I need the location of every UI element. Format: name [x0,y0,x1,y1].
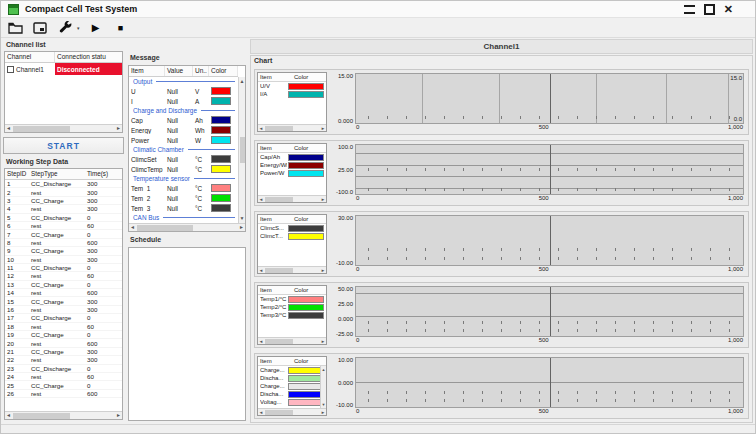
legend-row[interactable]: Temp2/°C [258,303,326,311]
message-row[interactable]: Tem_1 Null °C [129,183,238,193]
legend-row[interactable]: U/V [258,82,326,90]
scroll-right-arrow[interactable]: ► [320,409,326,416]
column-header-channel[interactable]: Channel [5,52,55,62]
legend-row[interactable]: I/A [258,90,326,98]
scroll-left-arrow[interactable]: ◄ [129,224,136,231]
scroll-down-arrow[interactable]: ▼ [239,215,246,222]
message-horizontal-scrollbar[interactable]: ◄ ► [129,223,245,231]
plot-area[interactable] [355,357,744,408]
scroll-right-arrow[interactable]: ► [320,125,326,132]
legend-row[interactable]: Power/W [258,169,326,177]
column-header-value[interactable]: Value [165,66,193,76]
scroll-thumb[interactable] [265,410,293,415]
legend-row[interactable]: Temp1/°C [258,295,326,303]
legend-vertical-scrollbar[interactable]: ▲ ▼ [320,366,326,408]
table-row[interactable]: 11 CC_Discharge 0 [5,264,122,272]
column-header-item[interactable]: Item [129,66,165,76]
scroll-thumb[interactable] [265,268,293,273]
table-row[interactable]: 9 CC_Charge 300 [5,247,122,255]
minimize-icon[interactable] [684,5,695,14]
table-row[interactable]: 5 CC_Discharge 0 [5,214,122,222]
scroll-right-arrow[interactable]: ► [320,196,326,203]
channel-horizontal-scrollbar[interactable]: ◄ ► [5,124,122,132]
scroll-up-arrow[interactable]: ▲ [322,367,326,372]
message-row[interactable]: Energy Null Wh [129,125,238,135]
message-row[interactable]: U Null V [129,86,238,96]
plot-area[interactable] [355,286,744,337]
legend-row[interactable]: Cap/Ah [258,153,326,161]
table-row[interactable]: 24 rest 60 [5,373,122,381]
table-row[interactable]: 26 rest 600 [5,390,122,398]
column-header-connection-status[interactable]: Connection statu [55,52,122,62]
message-row[interactable]: Tem_2 Null °C [129,193,238,203]
column-header-time[interactable]: Time(s) [85,169,122,179]
legend-horizontal-scrollbar[interactable]: ◄ ► [258,408,326,415]
legend-horizontal-scrollbar[interactable]: ◄ ► [258,337,326,344]
table-row[interactable]: 16 rest 300 [5,306,122,314]
legend-row[interactable]: Discha... [258,374,326,382]
table-row[interactable]: 19 CC_Charge 0 [5,331,122,339]
message-row[interactable]: ClimcTemp Null °C [129,164,238,174]
scroll-track[interactable] [264,339,320,344]
table-row[interactable]: 15 CC_Charge 300 [5,297,122,305]
plot-area[interactable] [355,144,744,195]
table-row[interactable]: 4 rest 300 [5,205,122,213]
scroll-track[interactable] [264,126,320,131]
legend-horizontal-scrollbar[interactable]: ◄ ► [258,124,326,131]
table-row[interactable]: 7 CC_Charge 0 [5,230,122,238]
scroll-right-arrow[interactable]: ► [320,267,326,274]
scroll-up-arrow[interactable]: ▲ [239,78,246,85]
run-button[interactable]: ▶ [87,20,105,36]
table-row[interactable]: 12 rest 60 [5,272,122,280]
scroll-track[interactable] [12,413,115,419]
message-row[interactable]: Tem_3 Null °C [129,203,238,213]
scroll-track[interactable] [264,197,320,202]
scroll-right-arrow[interactable]: ► [238,224,245,231]
scroll-thumb[interactable] [265,339,293,344]
legend-horizontal-scrollbar[interactable]: ◄ ► [258,266,326,273]
column-header-stepid[interactable]: StepID [5,169,29,179]
scroll-right-arrow[interactable]: ► [115,412,122,419]
scroll-track[interactable] [264,410,320,415]
scroll-thumb[interactable] [265,126,293,131]
legend-horizontal-scrollbar[interactable]: ◄ ► [258,195,326,202]
message-row[interactable]: Power Null W [129,135,238,145]
start-button[interactable]: START [3,137,124,154]
table-row[interactable]: 8 rest 600 [5,239,122,247]
table-row[interactable]: 20 rest 600 [5,339,122,347]
scroll-down-arrow[interactable]: ▼ [322,402,326,407]
legend-row[interactable]: Energy/Wh [258,161,326,169]
table-row[interactable]: 18 rest 60 [5,323,122,331]
settings-button[interactable] [56,20,74,36]
table-row[interactable]: 22 rest 300 [5,356,122,364]
scroll-right-arrow[interactable]: ► [115,125,122,132]
table-row[interactable]: 1 CC_Discharge 300 [5,180,122,188]
legend-row[interactable]: Discha... [258,390,326,398]
legend-row[interactable]: Voltag... [258,398,326,406]
table-row[interactable]: 2 rest 300 [5,188,122,196]
open-folder-button[interactable] [6,20,24,36]
legend-row[interactable]: ClimcT... [258,232,326,240]
message-vertical-scrollbar[interactable]: ▲ ▼ [238,77,245,223]
table-row[interactable]: 23 CC_Discharge 0 [5,365,122,373]
plot-area[interactable]: 15.00.0 [355,73,744,124]
new-window-button[interactable] [31,20,49,36]
column-header-unit[interactable]: Un.. [193,66,209,76]
message-row[interactable]: Cap Null Ah [129,115,238,125]
table-row[interactable]: 3 CC_Charge 300 [5,197,122,205]
scroll-thumb[interactable] [240,137,245,163]
scroll-track[interactable] [12,126,115,132]
scroll-left-arrow[interactable]: ◄ [5,412,12,419]
scroll-thumb[interactable] [13,126,70,132]
table-row[interactable]: 10 rest 300 [5,256,122,264]
table-row[interactable]: 6 rest 60 [5,222,122,230]
scroll-left-arrow[interactable]: ◄ [5,125,12,132]
column-header-steptype[interactable]: StepType [29,169,85,179]
stop-button[interactable]: ■ [112,20,130,36]
scroll-thumb[interactable] [13,413,70,419]
legend-row[interactable]: Temp3/°C [258,311,326,319]
tab-channel1[interactable]: Channel1 [250,39,753,54]
plot-area[interactable] [355,215,744,266]
legend-row[interactable]: Charge... [258,366,326,374]
channel-checkbox[interactable] [7,66,14,73]
